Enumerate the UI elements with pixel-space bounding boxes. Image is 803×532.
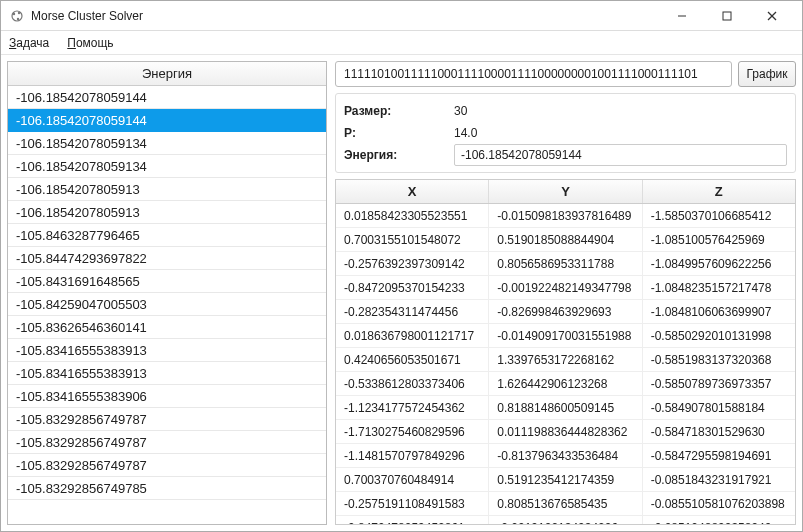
cell-x: 0.018636798001121717: [336, 324, 489, 347]
table-row[interactable]: 0.7003707604849140.5191235412174359-0.08…: [336, 468, 795, 492]
cell-z: -1.5850370106685412: [643, 204, 795, 227]
table-row[interactable]: -1.1481570797849296-0.8137963433536484-0…: [336, 444, 795, 468]
cell-y: -0.001922482149347798: [489, 276, 642, 299]
cell-y: 1.626442906123268: [489, 372, 642, 395]
detail-panel: 1111101001111100011110000111100000000100…: [335, 61, 796, 525]
cell-z: -0.0851048892358940: [643, 516, 795, 524]
minimize-button[interactable]: [659, 2, 704, 30]
cell-x: -0.2576392397309142: [336, 252, 489, 275]
cell-x: -0.5338612803373406: [336, 372, 489, 395]
energy-row[interactable]: -105.83626546360141: [8, 316, 326, 339]
table-row[interactable]: 0.42406560535016711.3397653172268162-0.5…: [336, 348, 795, 372]
energy-row[interactable]: -106.18542078059144: [8, 86, 326, 109]
table-row[interactable]: -1.71302754608295960.011198836444828362-…: [336, 420, 795, 444]
cell-z: -0.584907801588184: [643, 396, 795, 419]
svg-point-3: [17, 17, 19, 19]
cell-z: -0.5847295598194691: [643, 444, 795, 467]
cell-z: -1.0848235157217478: [643, 276, 795, 299]
coord-table: X Y Z 0.01858423305523551-0.015098183937…: [335, 179, 796, 525]
energy-row[interactable]: -105.83416555383913: [8, 362, 326, 385]
col-y[interactable]: Y: [489, 180, 642, 203]
cell-y: -0.015098183937816489: [489, 204, 642, 227]
table-row[interactable]: 0.01858423305523551-0.015098183937816489…: [336, 204, 795, 228]
table-row[interactable]: 0.018636798001121717-0.01490917003155198…: [336, 324, 795, 348]
table-row[interactable]: -0.8470478059452861-0.0019122134934226-0…: [336, 516, 795, 524]
col-z[interactable]: Z: [643, 180, 795, 203]
cell-z: -0.584718301529630: [643, 420, 795, 443]
cell-x: 0.4240656053501671: [336, 348, 489, 371]
cell-x: -1.7130275460829596: [336, 420, 489, 443]
energy-row[interactable]: -105.83292856749785: [8, 477, 326, 500]
table-row[interactable]: -1.12341775724543620.8188148600509145-0.…: [336, 396, 795, 420]
window: Morse Cluster Solver Задача Помощь Энерг…: [0, 0, 803, 532]
energy-row[interactable]: -105.84259047005503: [8, 293, 326, 316]
energy-row[interactable]: -105.83416555383906: [8, 385, 326, 408]
energy-row[interactable]: -105.8431691648565: [8, 270, 326, 293]
svg-point-2: [18, 11, 20, 13]
size-value: 30: [454, 104, 467, 118]
energy-row[interactable]: -105.83416555383913: [8, 339, 326, 362]
energy-row[interactable]: -105.83292856749787: [8, 454, 326, 477]
table-row[interactable]: -0.25751911084915830.808513676585435-0.0…: [336, 492, 795, 516]
cell-y: -0.0019122134934226: [489, 516, 642, 524]
titlebar: Morse Cluster Solver: [1, 1, 802, 31]
cell-z: -1.085100576425969: [643, 228, 795, 251]
energy-row[interactable]: -106.18542078059134: [8, 155, 326, 178]
cell-y: 0.808513676585435: [489, 492, 642, 515]
cell-x: 0.700370760484914: [336, 468, 489, 491]
energy-row[interactable]: -105.83292856749787: [8, 408, 326, 431]
energy-row[interactable]: -106.1854207805913: [8, 178, 326, 201]
table-row[interactable]: -0.25763923973091420.8056586953311788-1.…: [336, 252, 795, 276]
table-row[interactable]: -0.8472095370154233-0.001922482149347798…: [336, 276, 795, 300]
size-label: Размер:: [344, 104, 454, 118]
svg-rect-5: [723, 12, 731, 20]
p-value: 14.0: [454, 126, 477, 140]
energy-row[interactable]: -106.18542078059134: [8, 132, 326, 155]
energy-panel: Энергия -106.18542078059144-106.18542078…: [7, 61, 327, 525]
graph-button[interactable]: График: [738, 61, 796, 87]
bitstring-field[interactable]: 1111101001111100011110000111100000000100…: [335, 61, 732, 87]
col-x[interactable]: X: [336, 180, 489, 203]
energy-row[interactable]: -105.8463287796465: [8, 224, 326, 247]
table-body[interactable]: 0.01858423305523551-0.015098183937816489…: [336, 204, 795, 524]
bitstring-row: 1111101001111100011110000111100000000100…: [335, 61, 796, 87]
table-header: X Y Z: [336, 180, 795, 204]
app-icon: [9, 8, 25, 24]
cell-y: 0.8056586953311788: [489, 252, 642, 275]
cell-x: -0.8470478059452861: [336, 516, 489, 524]
close-button[interactable]: [749, 2, 794, 30]
energy-row[interactable]: -105.83292856749787: [8, 431, 326, 454]
cell-z: -1.0849957609622256: [643, 252, 795, 275]
cell-x: 0.01858423305523551: [336, 204, 489, 227]
energy-row[interactable]: -106.18542078059144: [8, 109, 326, 132]
window-title: Morse Cluster Solver: [31, 9, 659, 23]
cell-y: 1.3397653172268162: [489, 348, 642, 371]
cell-z: -0.085510581076203898: [643, 492, 795, 515]
p-label: P:: [344, 126, 454, 140]
cell-y: -0.8137963433536484: [489, 444, 642, 467]
cell-z: -0.5850292010131998: [643, 324, 795, 347]
table-row[interactable]: -0.282354311474456-0.826998463929693-1.0…: [336, 300, 795, 324]
cell-x: -0.282354311474456: [336, 300, 489, 323]
cell-x: -0.8472095370154233: [336, 276, 489, 299]
svg-point-1: [13, 12, 15, 14]
menu-task[interactable]: Задача: [7, 34, 51, 52]
cell-y: 0.5190185088844904: [489, 228, 642, 251]
cell-x: 0.7003155101548072: [336, 228, 489, 251]
properties-box: Размер: 30 P: 14.0 Энергия: -106.1854207…: [335, 93, 796, 173]
cell-x: -1.1234177572454362: [336, 396, 489, 419]
energy-row[interactable]: -106.1854207805913: [8, 201, 326, 224]
energy-row[interactable]: -105.84474293697822: [8, 247, 326, 270]
energy-list[interactable]: -106.18542078059144-106.18542078059144-1…: [8, 86, 326, 524]
cell-y: -0.014909170031551988: [489, 324, 642, 347]
cell-y: 0.011198836444828362: [489, 420, 642, 443]
window-controls: [659, 2, 794, 30]
energy-field[interactable]: -106.18542078059144: [454, 144, 787, 166]
menu-help[interactable]: Помощь: [65, 34, 115, 52]
table-row[interactable]: -0.53386128033734061.626442906123268-0.5…: [336, 372, 795, 396]
cell-z: -0.5850789736973357: [643, 372, 795, 395]
energy-label: Энергия:: [344, 148, 454, 162]
maximize-button[interactable]: [704, 2, 749, 30]
cell-y: -0.826998463929693: [489, 300, 642, 323]
table-row[interactable]: 0.70031551015480720.5190185088844904-1.0…: [336, 228, 795, 252]
